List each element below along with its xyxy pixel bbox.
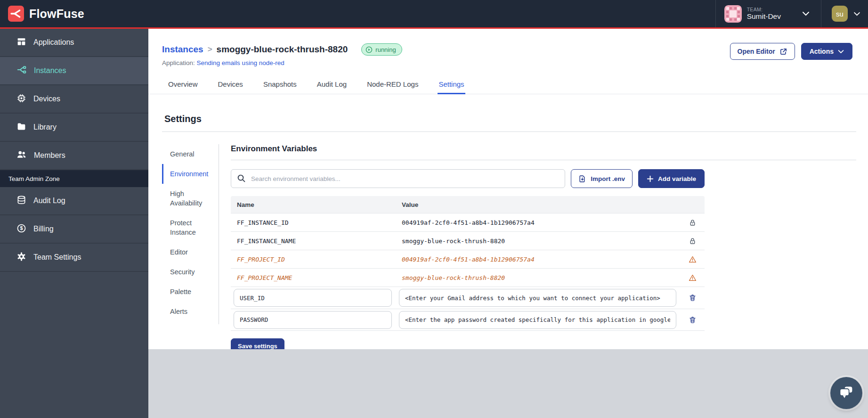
env-var-value-input[interactable] — [399, 289, 676, 307]
subnav-high-availability[interactable]: High Availability — [162, 184, 219, 213]
flowfuse-logo[interactable]: FlowFuse — [0, 6, 84, 22]
env-var-name: FF_INSTANCE_ID — [231, 219, 397, 226]
subnav-editor[interactable]: Editor — [162, 242, 219, 262]
env-title: Environment Variables — [231, 144, 856, 160]
settings-title: Settings — [162, 114, 856, 124]
tab-overview[interactable]: Overview — [167, 77, 199, 94]
sidebar-item-members[interactable]: Members — [0, 142, 148, 170]
warning-triangle-icon — [680, 255, 705, 263]
env-var-value-input[interactable] — [399, 311, 676, 329]
sidebar-item-devices[interactable]: Devices — [0, 85, 148, 114]
delete-variable-button[interactable] — [689, 294, 697, 302]
env-variables-table: Name Value FF_INSTANCE_ID 004919af-2cf0-… — [231, 196, 705, 331]
env-var-name-input[interactable] — [234, 311, 392, 329]
env-var-value: smoggy-blue-rock-thrush-8820 — [397, 238, 680, 245]
status-badge: running — [361, 43, 402, 56]
application-link[interactable]: Sending emails using node-red — [197, 59, 284, 66]
applications-grid-icon — [16, 37, 26, 49]
breadcrumb-instances-link[interactable]: Instances — [162, 44, 203, 55]
trash-icon — [689, 316, 697, 324]
flowfuse-logo-icon — [8, 6, 24, 22]
env-var-name: FF_PROJECT_NAME — [231, 274, 397, 281]
tab-node-red-logs[interactable]: Node-RED Logs — [366, 77, 419, 94]
table-row — [231, 309, 705, 331]
team-label: TEAM: — [747, 7, 781, 12]
env-var-name: FF_INSTANCE_NAME — [231, 238, 397, 245]
env-var-name-input[interactable] — [234, 289, 392, 307]
table-row: FF_PROJECT_NAME smoggy-blue-rock-thrush-… — [231, 268, 705, 287]
breadcrumb-separator: > — [208, 45, 212, 54]
status-label: running — [375, 46, 396, 53]
subnav-protect-instance[interactable]: Protect Instance — [162, 213, 219, 242]
add-variable-label: Add variable — [658, 175, 696, 182]
users-icon — [16, 149, 27, 162]
search-icon — [237, 174, 246, 183]
save-settings-label: Save settings — [238, 343, 277, 350]
user-menu[interactable]: su — [821, 0, 868, 27]
sidebar: Applications Instances Devices — [0, 29, 148, 418]
user-avatar: su — [832, 6, 848, 22]
team-switcher[interactable]: TEAM: Sumit-Dev — [716, 0, 821, 27]
sidebar-item-label: Members — [34, 151, 65, 160]
env-var-value: 004919af-2cf0-4f51-a8b4-1b12906757a4 — [397, 219, 680, 226]
subnav-general[interactable]: General — [162, 144, 219, 164]
svg-text:$: $ — [20, 225, 23, 231]
actions-label: Actions — [810, 48, 834, 55]
main-content: Instances > smoggy-blue-rock-thrush-8820… — [148, 29, 868, 418]
delete-variable-button[interactable] — [689, 316, 697, 324]
subnav-palette[interactable]: Palette — [162, 282, 219, 302]
sidebar-item-applications[interactable]: Applications — [0, 29, 148, 57]
tab-snapshots[interactable]: Snapshots — [262, 77, 298, 94]
settings-divider — [162, 131, 856, 132]
tab-devices[interactable]: Devices — [217, 77, 244, 94]
chat-widget-button[interactable] — [830, 377, 862, 409]
sidebar-item-label: Billing — [33, 225, 54, 233]
external-link-icon — [779, 48, 787, 56]
env-var-name: FF_PROJECT_ID — [231, 256, 397, 263]
trash-icon — [689, 294, 697, 302]
sidebar-item-label: Audit Log — [33, 197, 65, 205]
tab-settings[interactable]: Settings — [438, 77, 465, 94]
chat-bubbles-icon — [838, 385, 855, 401]
subnav-security[interactable]: Security — [162, 262, 219, 282]
gear-icon — [16, 252, 26, 263]
import-env-button[interactable]: Import .env — [571, 169, 633, 188]
column-header-value: Value — [397, 201, 680, 208]
search-input[interactable] — [231, 169, 565, 188]
instances-fork-icon — [16, 65, 27, 77]
environment-panel: Environment Variables — [219, 144, 856, 354]
team-chevron-down-icon[interactable] — [802, 11, 810, 16]
sidebar-item-instances[interactable]: Instances — [0, 57, 148, 85]
table-header: Name Value — [231, 196, 705, 213]
subnav-environment[interactable]: Environment — [162, 164, 219, 184]
team-name: Sumit-Dev — [747, 12, 781, 21]
subnav-alerts[interactable]: Alerts — [162, 302, 219, 321]
table-row: FF_PROJECT_ID 004919af-2cf0-4f51-a8b4-1b… — [231, 250, 705, 268]
sidebar-item-team-settings[interactable]: Team Settings — [0, 244, 148, 272]
application-line: Application: Sending emails using node-r… — [162, 59, 856, 66]
column-header-name: Name — [231, 201, 397, 208]
sidebar-item-audit-log[interactable]: Audit Log — [0, 187, 148, 215]
sidebar-item-billing[interactable]: $ Billing — [0, 215, 148, 244]
logo-text: FlowFuse — [29, 7, 84, 21]
actions-chevron-down-icon — [838, 49, 844, 54]
tab-audit-log[interactable]: Audit Log — [316, 77, 348, 94]
actions-button[interactable]: Actions — [801, 43, 852, 60]
sidebar-item-label: Library — [33, 123, 57, 131]
sidebar-item-library[interactable]: Library — [0, 114, 148, 142]
application-label: Application: — [162, 59, 195, 66]
env-var-value: 004919af-2cf0-4f51-a8b4-1b12906757a4 — [397, 256, 680, 263]
warning-triangle-icon — [680, 274, 705, 282]
document-download-icon — [578, 175, 586, 183]
dollar-circle-icon: $ — [16, 223, 26, 235]
lock-icon — [680, 237, 705, 245]
user-chevron-down-icon[interactable] — [853, 12, 860, 16]
open-editor-button[interactable]: Open Editor — [730, 43, 795, 60]
sidebar-item-label: Instances — [34, 66, 66, 75]
add-variable-button[interactable]: Add variable — [638, 169, 705, 188]
table-row: FF_INSTANCE_ID 004919af-2cf0-4f51-a8b4-1… — [231, 213, 705, 231]
sidebar-item-label: Devices — [33, 95, 60, 103]
plus-icon — [647, 175, 654, 182]
team-admin-zone-label: Team Admin Zone — [0, 170, 148, 187]
sidebar-item-label: Applications — [33, 38, 74, 47]
